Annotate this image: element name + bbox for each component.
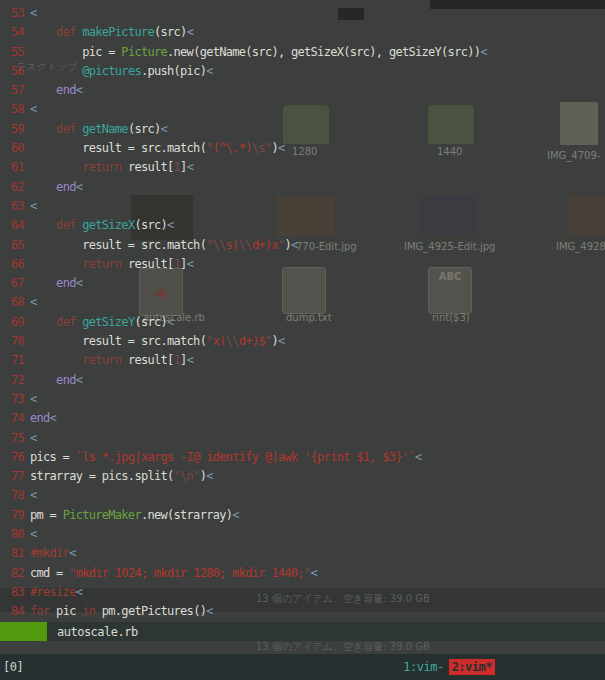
eol-marker: < <box>161 122 168 136</box>
eol-marker: < <box>311 566 318 580</box>
code-line: 63< <box>0 197 605 216</box>
code-token <box>30 315 56 329</box>
code-line: 57 end< <box>0 81 605 100</box>
code-line: 68< <box>0 293 605 312</box>
code-token <box>30 218 56 232</box>
eol-marker: < <box>187 160 194 174</box>
eol-marker: < <box>278 334 285 348</box>
code-token <box>30 353 82 367</box>
code-token: def <box>56 218 76 232</box>
code-token: `ls *.jpg|xargs -I@ identify @|awk '{pri… <box>76 450 415 464</box>
code-token <box>30 64 82 78</box>
code-line: 71 return result[1]< <box>0 351 605 370</box>
code-token: result[ <box>121 160 173 174</box>
line-number: 74 <box>0 409 30 428</box>
code-token <box>30 122 56 136</box>
eol-marker: < <box>187 257 194 271</box>
code-line: 60 result = src.match("(^\.*)\s")< <box>0 139 605 158</box>
code-line: 84for pic in pm.getPictures()< <box>0 602 605 621</box>
line-number: 69 <box>0 313 30 332</box>
eol-marker: < <box>278 141 285 155</box>
code-area[interactable]: 53<54 def makePicture(src)<55 pic = Pict… <box>0 0 605 622</box>
terminal-window: デスクトップ12801440IMG_4709-770-Edit.jpgIMG_4… <box>0 0 605 680</box>
line-number: 71 <box>0 351 30 370</box>
line-number: 61 <box>0 158 30 177</box>
line-number: 80 <box>0 525 30 544</box>
code-line: 72 end< <box>0 371 605 390</box>
code-token: #resize <box>30 585 76 599</box>
code-line: 79pm = PictureMaker.new(strarray)< <box>0 506 605 525</box>
line-number: 56 <box>0 62 30 81</box>
code-token: cmd = <box>30 566 69 580</box>
code-token: d+)x <box>252 238 278 252</box>
bg-jtext: 13 個のアイテム、空き容量: 39.0 GB <box>256 640 430 654</box>
code-token: getName <box>82 122 128 136</box>
eol-marker: < <box>76 180 83 194</box>
line-number: 53 <box>0 4 30 23</box>
code-line: 80< <box>0 525 605 544</box>
code-token: x( <box>213 334 226 348</box>
code-token: end <box>56 180 76 194</box>
tmux-window-2-active[interactable]: 2:vim* <box>449 659 495 675</box>
vim-mode-block <box>0 622 47 641</box>
eol-marker: < <box>30 199 37 213</box>
code-token: getSizeY <box>82 315 134 329</box>
eol-marker: < <box>167 218 174 232</box>
eol-marker: < <box>69 546 76 560</box>
eol-marker: < <box>30 527 37 541</box>
code-token: s( <box>226 238 239 252</box>
code-line: 62 end< <box>0 178 605 197</box>
code-token: pic <box>50 604 83 618</box>
code-line: 81#mkdir< <box>0 544 605 563</box>
code-token: (src) <box>134 315 167 329</box>
line-number: 59 <box>0 120 30 139</box>
tmux-session-name: [0] <box>3 660 23 674</box>
eol-marker: < <box>415 450 422 464</box>
code-token: strarray = pics.split( <box>30 469 174 483</box>
vim-statusline: autoscale.rb <box>0 622 605 641</box>
eol-marker: < <box>30 431 37 445</box>
line-number: 70 <box>0 332 30 351</box>
eol-marker: < <box>187 25 194 39</box>
tmux-status-bar: [0] 1:vim- 2:vim* <box>0 654 605 680</box>
code-line: 74end< <box>0 409 605 428</box>
code-token: pm.getPictures() <box>95 604 206 618</box>
eol-marker: < <box>30 102 37 116</box>
line-number: 55 <box>0 43 30 62</box>
code-token: for <box>30 604 50 618</box>
code-token <box>30 160 82 174</box>
code-line: 77strarray = pics.split("\n")< <box>0 467 605 486</box>
code-token: pm = <box>30 508 63 522</box>
code-line: 75< <box>0 429 605 448</box>
code-token: end <box>56 276 76 290</box>
code-token <box>30 180 56 194</box>
code-token: "\n" <box>174 469 200 483</box>
tmux-window-1[interactable]: 1:vim- <box>403 660 443 674</box>
code-token: .new(strarray) <box>141 508 232 522</box>
line-number: 57 <box>0 81 30 100</box>
eol-marker: < <box>76 83 83 97</box>
eol-marker: < <box>206 64 213 78</box>
line-number: 84 <box>0 602 30 621</box>
line-number: 82 <box>0 564 30 583</box>
eol-marker: < <box>50 411 57 425</box>
code-line: 58< <box>0 100 605 119</box>
line-number: 76 <box>0 448 30 467</box>
line-number: 68 <box>0 293 30 312</box>
line-number: 78 <box>0 486 30 505</box>
code-token: "\\ <box>206 238 226 252</box>
eol-marker: < <box>30 6 37 20</box>
code-token: getSizeX <box>82 218 134 232</box>
code-token: \\ <box>226 334 239 348</box>
eol-marker: < <box>30 488 37 502</box>
eol-marker: < <box>76 276 83 290</box>
line-number: 83 <box>0 583 30 602</box>
code-token: .push(pic) <box>141 64 206 78</box>
code-token: #mkdir <box>30 546 69 560</box>
code-token: \s" <box>252 141 272 155</box>
line-number: 64 <box>0 216 30 235</box>
code-line: 78< <box>0 486 605 505</box>
code-token: def <box>56 315 76 329</box>
code-token: pic = <box>30 45 121 59</box>
code-token: (src) <box>134 218 167 232</box>
